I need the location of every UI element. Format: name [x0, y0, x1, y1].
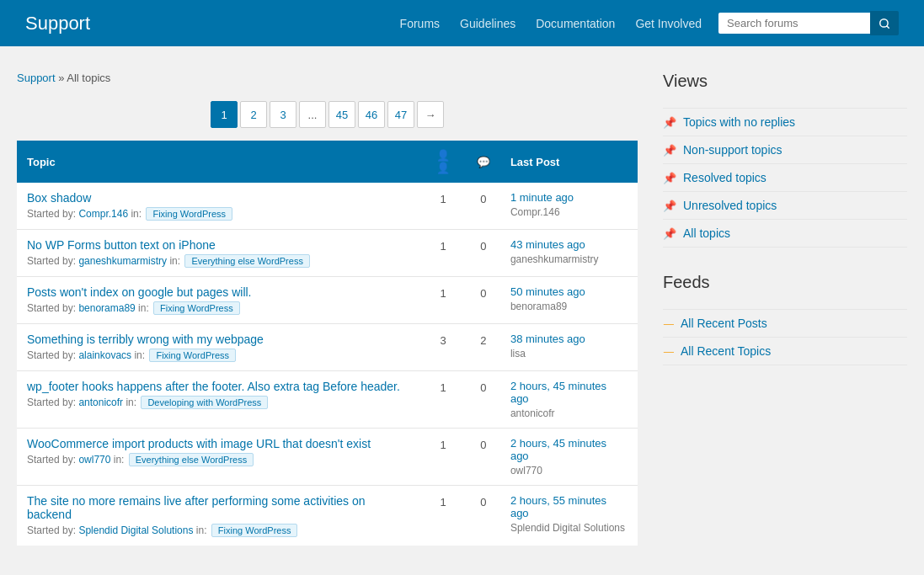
views-list: 📌 Topics with no replies 📌 Non-support t… [663, 108, 907, 248]
lastpost-cell: 2 hours, 45 minutes ago owl770 [500, 429, 638, 486]
rss-icon-2: ⸻ [663, 345, 674, 358]
voices-icon: 👤👤 [436, 149, 450, 174]
view-all-topics[interactable]: All topics [683, 226, 730, 240]
topic-forum-tag[interactable]: Everything else WordPress [184, 254, 309, 268]
lastpost-author: antonicofr [510, 407, 555, 419]
search-input[interactable] [718, 13, 870, 34]
topic-forum-tag[interactable]: Everything else WordPress [129, 453, 254, 466]
topic-title[interactable]: WooCommerce import products with image U… [27, 437, 409, 450]
voices-cell: 1 [419, 277, 467, 324]
next-page[interactable]: → [417, 101, 444, 128]
topic-author[interactable]: Splendid Digital Solutions [78, 524, 193, 536]
topic-author[interactable]: owl770 [78, 454, 110, 466]
lastpost-time[interactable]: 2 hours, 55 minutes ago [510, 494, 628, 519]
topic-author[interactable]: Compr.146 [78, 208, 128, 220]
table-row: Posts won't index on google but pages wi… [17, 277, 638, 324]
lastpost-author: lisa [510, 348, 526, 359]
topic-meta: Started by: ganeshkumarmistry in: Everyt… [27, 255, 310, 267]
lastpost-time[interactable]: 1 minute ago [510, 191, 628, 204]
voices-cell: 1 [419, 486, 467, 546]
topic-meta: Started by: antonicofr in: Developing wi… [27, 397, 268, 408]
page-3[interactable]: 3 [270, 101, 296, 128]
col-voices: 👤👤 [419, 141, 467, 183]
lastpost-time[interactable]: 2 hours, 45 minutes ago [510, 437, 628, 462]
content-area: Support » All topics 1 2 3 ... 45 46 47 … [17, 72, 638, 546]
topic-author[interactable]: benorama89 [78, 302, 135, 314]
page-2[interactable]: 2 [240, 101, 267, 128]
list-item: 📌 Unresolved topics [663, 192, 907, 220]
site-header: Support Forums Guidelines Documentation … [0, 0, 924, 46]
topic-author[interactable]: antonicofr [78, 397, 123, 408]
topic-cell: wp_footer hooks happens after the footer… [17, 371, 419, 429]
pin-icon-4: 📌 [663, 200, 676, 212]
topic-title[interactable]: Box shadow [27, 191, 409, 205]
lastpost-time[interactable]: 50 minutes ago [510, 285, 628, 298]
topic-title[interactable]: wp_footer hooks happens after the footer… [27, 380, 409, 393]
feeds-list: ⸻ All Recent Posts ⸻ All Recent Topics [663, 309, 907, 365]
topic-forum-tag[interactable]: Fixing WordPress [149, 349, 236, 362]
breadcrumb-current: All topics [67, 72, 110, 84]
topic-forum-tag[interactable]: Fixing WordPress [146, 207, 232, 221]
search-button[interactable] [870, 11, 899, 35]
lastpost-cell: 2 hours, 55 minutes ago Splendid Digital… [500, 486, 638, 546]
lastpost-time[interactable]: 38 minutes ago [510, 333, 628, 345]
view-non-support[interactable]: Non-support topics [683, 143, 782, 157]
pin-icon-5: 📌 [663, 227, 676, 240]
list-item: 📌 Resolved topics [663, 164, 907, 192]
nav-forums[interactable]: Forums [400, 17, 440, 30]
site-title[interactable]: Support [25, 13, 90, 35]
rss-icon-1: ⸻ [663, 317, 674, 330]
replies-cell: 2 [467, 324, 500, 371]
topic-cell: WooCommerce import products with image U… [17, 429, 419, 486]
view-resolved[interactable]: Resolved topics [683, 171, 766, 184]
page-45[interactable]: 45 [328, 101, 355, 128]
topic-meta: Started by: owl770 in: Everything else W… [27, 454, 254, 466]
page-1[interactable]: 1 [211, 101, 238, 128]
page-47[interactable]: 47 [387, 101, 414, 128]
nav-guidelines[interactable]: Guidelines [460, 17, 515, 30]
breadcrumb: Support » All topics [17, 72, 638, 84]
pin-icon-2: 📌 [663, 144, 676, 157]
search-icon [879, 18, 890, 29]
topic-author[interactable]: alainkovacs [78, 349, 131, 361]
replies-cell: 0 [467, 183, 500, 230]
topic-title[interactable]: Posts won't index on google but pages wi… [27, 285, 409, 299]
page-46[interactable]: 46 [358, 101, 385, 128]
topic-title[interactable]: The site no more remains live after perf… [27, 494, 409, 521]
topic-forum-tag[interactable]: Fixing WordPress [153, 301, 240, 315]
lastpost-author: ganeshkumarmistry [510, 253, 599, 265]
lastpost-cell: 43 minutes ago ganeshkumarmistry [500, 230, 638, 277]
topic-title[interactable]: Something is terribly wrong with my webp… [27, 333, 409, 346]
voices-cell: 1 [419, 429, 467, 486]
nav-documentation[interactable]: Documentation [536, 17, 615, 30]
topic-cell: Posts won't index on google but pages wi… [17, 277, 419, 324]
breadcrumb-parent[interactable]: Support [17, 72, 56, 84]
feed-recent-topics[interactable]: All Recent Topics [681, 344, 771, 358]
topic-cell: No WP Forms button text on iPhone Starte… [17, 230, 419, 277]
topic-forum-tag[interactable]: Developing with WordPress [141, 396, 268, 409]
topic-cell: Box shadow Started by: Compr.146 in: Fix… [17, 183, 419, 230]
list-item: 📌 All topics [663, 220, 907, 248]
voices-cell: 3 [419, 324, 467, 371]
page-dots: ... [299, 101, 326, 128]
topic-forum-tag[interactable]: Fixing WordPress [211, 524, 298, 537]
lastpost-time[interactable]: 2 hours, 45 minutes ago [510, 380, 628, 405]
views-section: Views 📌 Topics with no replies 📌 Non-sup… [663, 72, 907, 248]
lastpost-time[interactable]: 43 minutes ago [510, 238, 628, 251]
view-no-replies[interactable]: Topics with no replies [683, 115, 795, 129]
replies-cell: 0 [467, 486, 500, 546]
main-nav: Forums Guidelines Documentation Get Invo… [400, 17, 702, 30]
topic-author[interactable]: ganeshkumarmistry [78, 255, 167, 267]
nav-get-involved[interactable]: Get Involved [635, 17, 702, 30]
topics-table: Topic 👤👤 💬 Last Post Box shadow Started … [17, 141, 638, 546]
main-layout: Support » All topics 1 2 3 ... 45 46 47 … [0, 46, 924, 571]
topic-title[interactable]: No WP Forms button text on iPhone [27, 238, 409, 252]
feed-recent-posts[interactable]: All Recent Posts [681, 317, 767, 330]
topic-meta: Started by: alainkovacs in: Fixing WordP… [27, 349, 236, 361]
view-unresolved[interactable]: Unresolved topics [683, 199, 777, 212]
feeds-title: Feeds [663, 273, 907, 296]
col-topic: Topic [17, 141, 419, 183]
table-row: The site no more remains live after perf… [17, 486, 638, 546]
topic-meta: Started by: Splendid Digital Solutions i… [27, 524, 297, 536]
replies-cell: 0 [467, 371, 500, 429]
